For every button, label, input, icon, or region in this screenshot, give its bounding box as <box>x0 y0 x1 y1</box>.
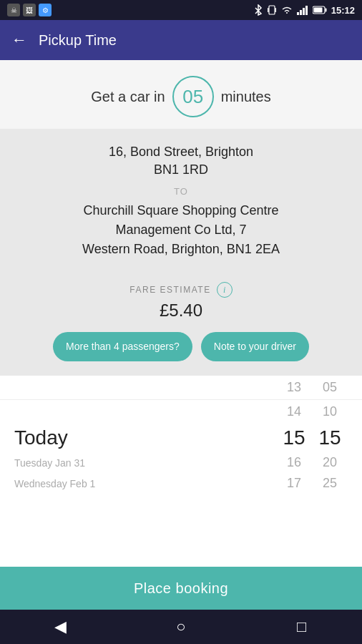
from-address-line2: BN1 1RD <box>154 161 208 179</box>
place-booking-button[interactable]: Place booking <box>0 567 362 610</box>
nav-title: Pickup Time <box>39 32 117 49</box>
nav-back-button[interactable]: ◀ <box>46 613 74 641</box>
settings-icon: ⚙ <box>39 4 52 16</box>
bottom-nav: ◀ ○ □ <box>0 610 362 644</box>
place-booking-label: Place booking <box>134 580 228 597</box>
main-content: Get a car in 05 minutes 16, Bond Street,… <box>0 60 362 610</box>
picker-num-14: 14 <box>276 404 312 419</box>
picker-col2-header: 05 <box>312 380 348 395</box>
picker-num-10: 10 <box>312 404 348 419</box>
status-bar: ☠ 🖼 ⚙ 15:12 <box>0 0 362 20</box>
wifi-icon <box>281 6 293 14</box>
get-car-section: Get a car in 05 minutes <box>0 60 362 129</box>
from-address-line1: 16, Bond Street, Brighton <box>109 143 253 161</box>
fare-amount: £5.40 <box>160 301 202 321</box>
svg-rect-1 <box>268 8 269 12</box>
skull-icon: ☠ <box>7 4 20 16</box>
get-car-prefix: Get a car in <box>91 89 165 105</box>
battery-icon <box>313 6 327 14</box>
today-label: Today <box>14 426 276 449</box>
signal-icon <box>297 5 308 15</box>
picker-num-16: 16 <box>276 455 312 470</box>
nav-recent-button[interactable]: □ <box>288 613 316 641</box>
svg-rect-0 <box>269 6 275 14</box>
bluetooth-icon <box>254 4 263 16</box>
photo-icon: 🖼 <box>23 4 36 16</box>
to-address-line3: Western Road, Brighton, BN1 2EA <box>82 240 280 259</box>
picker-col1-header: 13 <box>276 380 312 395</box>
picker-num-15b-selected: 15 <box>312 426 348 449</box>
vibrate-icon <box>267 4 277 16</box>
svg-rect-2 <box>275 8 276 12</box>
status-icons-left: ☠ 🖼 ⚙ <box>7 4 52 16</box>
fare-label-row: FARE ESTIMATE i <box>129 282 232 298</box>
picker-section[interactable]: 13 05 14 10 Today 15 15 Tuesday Jan 31 1… <box>0 376 362 567</box>
fare-section: FARE ESTIMATE i £5.40 <box>0 273 362 321</box>
passengers-button[interactable]: More than 4 passengers? <box>53 332 192 361</box>
action-buttons: More than 4 passengers? Note to your dri… <box>0 321 362 376</box>
picker-num-25: 25 <box>312 476 348 491</box>
to-address-line2: Management Co Ltd, 7 <box>115 220 246 240</box>
picker-num-20: 20 <box>312 455 348 470</box>
svg-rect-5 <box>303 8 305 15</box>
status-icons-right: 15:12 <box>254 4 355 16</box>
status-time: 15:12 <box>331 5 355 16</box>
nav-bar: ← Pickup Time <box>0 20 362 60</box>
picker-num-17: 17 <box>276 476 312 491</box>
wednesday-label: Wednesday Feb 1 <box>14 478 276 489</box>
back-button[interactable]: ← <box>11 31 27 49</box>
svg-rect-3 <box>297 12 299 15</box>
note-to-driver-button[interactable]: Note to your driver <box>201 332 309 361</box>
svg-rect-9 <box>313 8 322 13</box>
to-label: TO <box>174 186 188 197</box>
to-address-line1: Churchill Square Shopping Centre <box>83 201 278 220</box>
svg-rect-4 <box>300 10 302 15</box>
minutes-circle: 05 <box>172 76 214 117</box>
address-card: 16, Bond Street, Brighton BN1 1RD TO Chu… <box>0 129 362 273</box>
svg-rect-6 <box>305 6 308 15</box>
get-car-suffix: minutes <box>221 89 271 105</box>
picker-num-15-selected: 15 <box>276 426 312 449</box>
fare-label: FARE ESTIMATE <box>129 285 210 295</box>
info-icon[interactable]: i <box>217 282 233 298</box>
nav-home-button[interactable]: ○ <box>167 613 195 641</box>
tuesday-label: Tuesday Jan 31 <box>14 457 276 469</box>
svg-rect-8 <box>325 9 326 12</box>
